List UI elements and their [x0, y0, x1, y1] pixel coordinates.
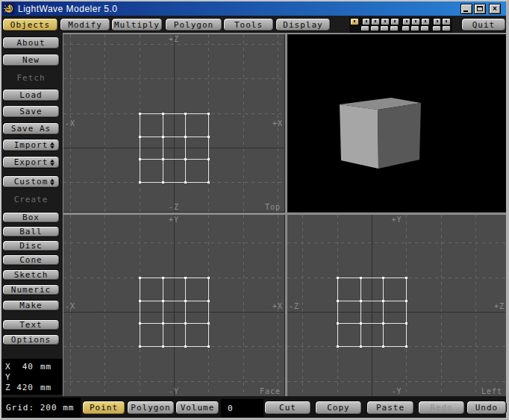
viewport-left[interactable]: +Y -Z +Z -Y Left — [287, 215, 506, 396]
copy-button[interactable]: Copy — [315, 401, 362, 415]
paste-button[interactable]: Paste — [366, 401, 414, 415]
sidebar-button-cone[interactable]: Cone — [2, 254, 60, 266]
coord-value: 420 — [14, 383, 34, 393]
tab-objects[interactable]: Objects — [2, 18, 58, 31]
preset-button[interactable] — [390, 25, 399, 31]
preset-button[interactable] — [433, 18, 442, 25]
tab-modify[interactable]: Modify — [60, 18, 110, 31]
undo-button[interactable]: Undo — [466, 401, 507, 415]
preset-button[interactable] — [432, 25, 441, 31]
axis-label: -Y — [391, 387, 402, 395]
preset-button[interactable] — [402, 25, 410, 31]
viewport-name: Left — [481, 387, 502, 395]
preset-button[interactable] — [420, 25, 429, 31]
axis-label: -Y — [169, 387, 179, 395]
preset-button[interactable] — [371, 18, 380, 25]
tab-display[interactable]: Display — [275, 18, 331, 31]
preset-button[interactable] — [360, 25, 369, 31]
title-bar: LightWave Modeler 5.0 × — [1, 1, 506, 16]
coord-unit: mm — [40, 383, 51, 393]
export-updown-icon — [50, 159, 54, 166]
import-updown-icon — [50, 142, 54, 148]
sidebar-button-custom[interactable]: Custom — [2, 175, 60, 188]
viewport-top[interactable]: +Z -X +X -Z Top — [63, 34, 285, 213]
axis-label: -Z — [289, 301, 299, 310]
preset-button[interactable] — [350, 18, 359, 25]
coord-unit: mm — [40, 362, 51, 372]
axis-label: -X — [65, 119, 75, 128]
preset-button[interactable] — [380, 25, 389, 31]
preset-button[interactable] — [442, 25, 451, 31]
axis-label: +X — [272, 301, 283, 310]
preset-button[interactable] — [411, 18, 420, 25]
preset-button[interactable] — [442, 18, 451, 25]
window-title: LightWave Modeler 5.0 — [18, 4, 117, 14]
lightwave-logo-icon — [3, 3, 15, 14]
mode-button-polygon[interactable]: Polygon — [127, 401, 175, 415]
sidebar-button-text[interactable]: Text — [2, 319, 60, 330]
tab-polygon[interactable]: Polygon — [165, 18, 222, 31]
preset-bank — [349, 17, 452, 33]
sidebar-button-disc[interactable]: Disc — [2, 240, 60, 251]
viewport-name: Face — [260, 387, 281, 395]
axis-label: +Z — [494, 301, 505, 310]
mode-button-point[interactable]: Point — [82, 401, 125, 415]
viewport-area: +Z -X +X -Z Top +Y -X +X -Y Face +Y -Z +… — [63, 33, 506, 396]
preset-button[interactable] — [402, 18, 411, 25]
tab-multiply[interactable]: Multiply — [111, 18, 163, 31]
preset-button[interactable] — [381, 18, 390, 25]
redo-button[interactable]: Redo — [418, 401, 465, 415]
axis-label: -Z — [169, 203, 179, 211]
viewport-face[interactable]: +Y -X +X -Y Face — [63, 215, 285, 396]
axis-label: +Y — [391, 216, 402, 224]
maximize-icon — [477, 6, 483, 11]
preset-button[interactable] — [390, 18, 399, 25]
coordinates-panel: X40mm Y Z420mm — [1, 359, 63, 395]
preset-button[interactable] — [421, 18, 430, 25]
sidebar-button-export[interactable]: Export — [2, 156, 60, 169]
status-bar: Grid: 200 mm Point Polygon Volume 0 Cut … — [1, 397, 506, 418]
sidebar-button-box[interactable]: Box — [2, 212, 60, 223]
sidebar-button-numeric[interactable]: Numeric — [2, 284, 60, 295]
sidebar-button-new[interactable]: New — [2, 54, 60, 66]
sidebar-label-create: Create — [2, 195, 60, 204]
cube-preview — [287, 34, 505, 212]
selection-count-field[interactable]: 0 — [221, 399, 263, 417]
sidebar-button-load[interactable]: Load — [2, 89, 60, 101]
viewport-name: Top — [265, 203, 281, 211]
sidebar-button-ball[interactable]: Ball — [2, 226, 60, 237]
axis-label: -X — [65, 301, 75, 310]
axis-label: +X — [272, 119, 283, 128]
preset-button[interactable] — [410, 25, 419, 31]
close-icon: × — [493, 4, 497, 13]
sidebar-button-make[interactable]: Make — [2, 300, 60, 311]
coord-axis: Z — [5, 383, 14, 393]
sidebar-button-options[interactable]: Options — [2, 334, 60, 345]
sidebar-button-save[interactable]: Save — [2, 105, 60, 118]
axis-label: +Z — [169, 35, 179, 43]
sidebar-button-sketch[interactable]: Sketch — [2, 269, 60, 280]
quit-button[interactable]: Quit — [461, 18, 506, 31]
sidebar: About New Fetch Load Save Save As Import… — [1, 34, 63, 397]
mode-button-volume[interactable]: Volume — [175, 401, 219, 415]
cut-button[interactable]: Cut — [264, 401, 311, 415]
sidebar-label-fetch: Fetch — [2, 73, 60, 83]
coord-value — [14, 372, 34, 383]
preset-button[interactable] — [370, 25, 379, 31]
grid-size-display: Grid: 200 mm — [1, 398, 81, 418]
tab-tools[interactable]: Tools — [223, 18, 274, 31]
sidebar-button-about[interactable]: About — [2, 37, 60, 49]
minimize-button[interactable] — [460, 4, 472, 14]
app-window: LightWave Modeler 5.0 × Objects Modify M… — [0, 0, 509, 420]
minimize-icon — [463, 10, 468, 12]
viewport-perspective[interactable] — [287, 34, 506, 213]
sidebar-button-import[interactable]: Import — [2, 139, 60, 151]
custom-updown-icon — [50, 178, 54, 185]
coord-axis: X — [5, 362, 14, 372]
sidebar-button-save-as[interactable]: Save As — [2, 122, 60, 135]
preset-button[interactable] — [362, 18, 371, 25]
close-button[interactable]: × — [489, 4, 501, 14]
maximize-button[interactable] — [474, 4, 486, 14]
axis-label: +Y — [169, 216, 179, 224]
coord-value: 40 — [14, 362, 34, 372]
